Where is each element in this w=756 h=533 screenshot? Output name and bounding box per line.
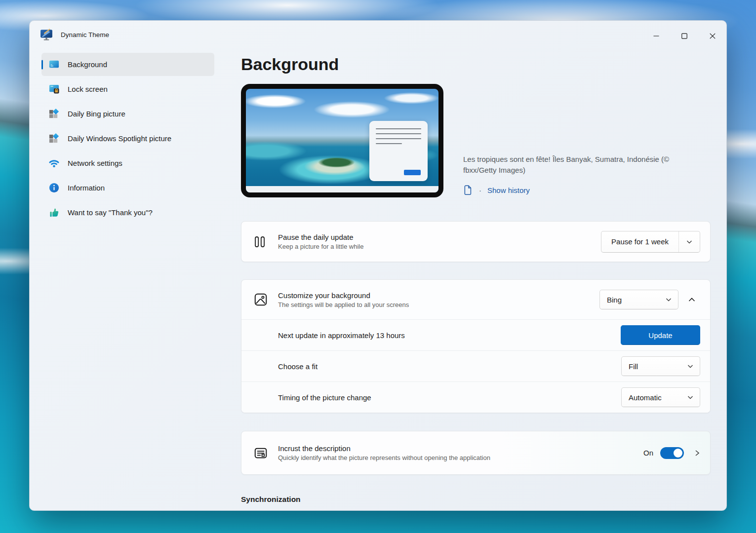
page-title: Background <box>241 53 711 75</box>
sidebar-item-information[interactable]: Information <box>41 176 214 199</box>
document-icon <box>463 185 473 195</box>
chevron-down-icon <box>687 363 694 369</box>
sidebar: Background L <box>30 51 241 511</box>
choose-fit-row: Choose a fit Fill <box>241 350 710 381</box>
customize-background-group: Customize your background The settings w… <box>241 279 711 413</box>
pause-card-title: Pause the daily update <box>278 233 601 241</box>
incrust-subtitle: Quickly identify what the picture repres… <box>278 454 643 461</box>
overlay-mini-button <box>404 170 421 175</box>
toggle-knob <box>674 449 682 457</box>
thumbs-up-icon <box>48 207 60 218</box>
minimize-button[interactable] <box>642 26 670 46</box>
timing-row: Timing of the picture change Automatic <box>241 381 710 413</box>
overlay-line <box>376 133 421 134</box>
window-body: Background L <box>30 51 726 511</box>
lock-screen-icon <box>48 83 60 95</box>
minimize-icon <box>653 33 659 39</box>
overlay-line <box>376 128 421 129</box>
customize-header-text: Customize your background The settings w… <box>278 291 599 308</box>
synchronization-heading: Synchronization <box>241 495 711 504</box>
chevron-down-icon <box>687 394 694 400</box>
background-picture-icon <box>48 59 60 70</box>
info-icon <box>48 182 60 193</box>
pause-card: Pause the daily update Keep a picture fo… <box>241 221 711 262</box>
synchronization-card-partial <box>241 510 711 511</box>
incrust-title: Incrust the description <box>278 444 643 453</box>
chevron-down-icon <box>665 297 672 303</box>
fit-dropdown[interactable]: Fill <box>621 356 700 376</box>
wifi-icon <box>48 157 60 169</box>
sidebar-item-label: Information <box>68 184 105 192</box>
spotlight-picture-icon <box>48 133 60 144</box>
source-dropdown[interactable]: Bing <box>599 290 678 309</box>
app-icon <box>40 29 53 41</box>
background-preview-monitor <box>241 84 443 197</box>
overlay-line <box>376 138 421 139</box>
pause-duration-dropdown[interactable] <box>679 231 700 252</box>
pause-card-subtitle: Keep a picture for a little while <box>278 243 601 250</box>
fit-dropdown-value: Fill <box>629 362 638 371</box>
window-controls <box>642 26 726 46</box>
overlay-line <box>376 143 402 144</box>
chevron-down-icon <box>686 239 693 245</box>
separator-dot: · <box>479 186 481 194</box>
collapse-section-button[interactable] <box>683 291 700 308</box>
sidebar-item-daily-spotlight-picture[interactable]: Daily Windows Spotlight picture <box>41 127 214 150</box>
preview-details: Les tropiques sont en fête! Îles Banyak,… <box>463 84 695 197</box>
pause-card-text: Pause the daily update Keep a picture fo… <box>278 233 601 250</box>
timing-dropdown-value: Automatic <box>629 393 662 402</box>
choose-fit-label: Choose a fit <box>278 362 621 371</box>
sidebar-item-label: Background <box>68 60 107 69</box>
update-button[interactable]: Update <box>621 325 700 345</box>
close-icon <box>710 33 716 39</box>
show-history-link[interactable]: Show history <box>487 186 530 194</box>
main-content: Background <box>241 51 726 511</box>
chevron-up-icon <box>688 297 696 303</box>
sidebar-item-daily-bing-picture[interactable]: Daily Bing picture <box>41 102 214 125</box>
timing-label: Timing of the picture change <box>278 393 621 402</box>
chevron-right-icon <box>694 449 700 457</box>
app-title: Dynamic Theme <box>61 31 109 38</box>
preview-overlay-card <box>369 121 428 181</box>
next-update-label: Next update in approximately 13 hours <box>278 331 621 340</box>
preview-caption: Les tropiques sont en fête! Îles Banyak,… <box>463 154 695 175</box>
preview-section: Les tropiques sont en fête! Îles Banyak,… <box>241 84 711 197</box>
sidebar-item-label: Network settings <box>68 159 122 167</box>
open-picture-file-button[interactable] <box>463 185 473 195</box>
maximize-button[interactable] <box>670 26 698 46</box>
next-update-row: Next update in approximately 13 hours Up… <box>241 319 710 350</box>
incrust-card-text: Incrust the description Quickly identify… <box>278 444 643 461</box>
pause-duration-split-button: Pause for 1 week <box>601 231 700 253</box>
incrust-toggle[interactable] <box>660 447 684 459</box>
customize-header: Customize your background The settings w… <box>241 280 710 319</box>
sidebar-item-label: Daily Bing picture <box>68 110 125 118</box>
sidebar-item-background[interactable]: Background <box>41 53 214 76</box>
incrust-expand-button[interactable] <box>694 449 700 457</box>
history-row: · Show history <box>463 185 695 195</box>
source-dropdown-value: Bing <box>607 296 622 304</box>
titlebar: Dynamic Theme <box>30 21 726 51</box>
preview-taskbar <box>246 186 438 192</box>
preview-screen <box>246 89 438 192</box>
bing-picture-icon <box>48 108 60 119</box>
customize-subtitle: The settings will be applied to all your… <box>278 301 599 308</box>
sidebar-item-label: Want to say "Thank you"? <box>68 208 153 217</box>
sidebar-item-label: Lock screen <box>68 85 108 93</box>
app-window: Dynamic Theme <box>29 20 727 511</box>
sidebar-item-network-settings[interactable]: Network settings <box>41 152 214 175</box>
description-card-icon <box>253 446 268 460</box>
timing-dropdown[interactable]: Automatic <box>621 387 700 407</box>
incrust-card: Incrust the description Quickly identify… <box>241 431 711 475</box>
sidebar-item-thank-you[interactable]: Want to say "Thank you"? <box>41 201 214 224</box>
maximize-icon <box>681 33 687 39</box>
pause-icon <box>253 235 266 248</box>
close-button[interactable] <box>698 26 726 46</box>
pause-duration-button[interactable]: Pause for 1 week <box>601 231 679 252</box>
customize-title: Customize your background <box>278 291 599 300</box>
toggle-state-label: On <box>643 449 653 457</box>
sidebar-item-lock-screen[interactable]: Lock screen <box>41 77 214 101</box>
desktop-wallpaper: Dynamic Theme <box>0 0 756 533</box>
sidebar-item-label: Daily Windows Spotlight picture <box>68 134 171 143</box>
picture-icon <box>253 292 268 307</box>
